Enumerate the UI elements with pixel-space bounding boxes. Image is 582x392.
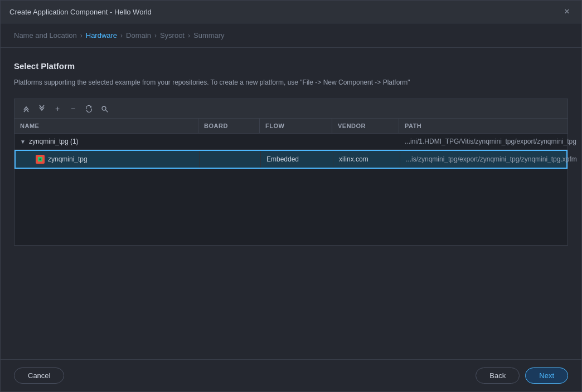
chevron-down-icon: ▼ (20, 139, 26, 145)
add-button[interactable]: + (50, 101, 65, 116)
row-vendor-cell: xilinx.com (333, 151, 400, 168)
breadcrumb-sep-2: › (120, 32, 123, 40)
svg-line-1 (105, 110, 108, 112)
group-path-text: ...ini/1.HDMI_TPG/Vitis/zynqmini_tpg/exp… (405, 138, 576, 145)
svg-point-0 (102, 106, 106, 110)
row-name-text: zynqmini_tpg (48, 155, 88, 163)
group-vendor-cell (332, 134, 399, 149)
group-path-cell: ...ini/1.HDMI_TPG/Vitis/zynqmini_tpg/exp… (399, 134, 581, 149)
row-name-cell: zynqmini_tpg (16, 151, 200, 168)
back-button[interactable]: Back (476, 367, 520, 384)
table-body: ▼ zynqmini_tpg (1) ...ini/1.HDMI_TPG/Vit… (14, 134, 568, 245)
row-vendor-text: xilinx.com (339, 155, 368, 163)
table-toolbar: + − (14, 99, 568, 118)
row-path-text: ...is/zynqmini_tpg/export/zynqmini_tpg/z… (406, 155, 577, 163)
add-icon: + (55, 104, 60, 113)
refresh-button[interactable] (81, 101, 96, 116)
row-path-cell: ...is/zynqmini_tpg/export/zynqmini_tpg/z… (400, 151, 581, 168)
col-flow: FLOW (260, 119, 332, 133)
move-down-button[interactable] (35, 101, 49, 116)
section-title: Select Platform (14, 61, 568, 71)
row-board-cell (200, 151, 261, 168)
breadcrumb: Name and Location › Hardware › Domain › … (1, 23, 581, 48)
col-vendor: VENDOR (332, 119, 399, 133)
svg-point-4 (40, 159, 41, 160)
breadcrumb-summary: Summary (193, 31, 225, 40)
dialog-footer: Cancel Back Next (1, 359, 581, 391)
cancel-button[interactable]: Cancel (14, 367, 64, 384)
group-name-cell: ▼ zynqmini_tpg (1) (14, 134, 198, 149)
remove-button[interactable]: − (66, 101, 80, 116)
table-header: NAME BOARD FLOW VENDOR PATH (14, 119, 568, 134)
move-up-button[interactable] (19, 101, 33, 116)
row-flow-text: Embedded (266, 155, 299, 163)
col-name: NAME (14, 119, 198, 133)
breadcrumb-name-location: Name and Location (14, 31, 77, 40)
platform-icon (36, 155, 45, 164)
group-board-cell (198, 134, 260, 149)
platform-table: NAME BOARD FLOW VENDOR PATH ▼ zynqmini_t… (14, 118, 568, 246)
breadcrumb-hardware[interactable]: Hardware (86, 31, 117, 40)
title-bar: Create Application Component - Hello Wor… (1, 1, 581, 23)
table-group-row[interactable]: ▼ zynqmini_tpg (1) ...ini/1.HDMI_TPG/Vit… (14, 134, 568, 150)
breadcrumb-sysroot: Sysroot (160, 31, 185, 40)
search-button[interactable] (97, 101, 111, 116)
breadcrumb-sep-3: › (154, 32, 157, 40)
col-board: BOARD (198, 119, 260, 133)
description-text: Platforms supporting the selected exampl… (14, 77, 568, 87)
breadcrumb-domain: Domain (126, 31, 151, 40)
content-area: Select Platform Platforms supporting the… (1, 48, 581, 359)
empty-table-area (14, 169, 568, 224)
breadcrumb-sep-1: › (80, 32, 83, 40)
breadcrumb-sep-4: › (188, 32, 190, 40)
remove-icon: − (71, 104, 75, 113)
col-path: PATH (399, 119, 568, 133)
dialog: Create Application Component - Hello Wor… (0, 0, 582, 392)
group-flow-cell (260, 134, 332, 149)
close-button[interactable]: × (561, 6, 573, 17)
group-name-text: zynqmini_tpg (1) (29, 138, 79, 145)
dialog-title: Create Application Component - Hello Wor… (9, 8, 152, 16)
table-row[interactable]: zynqmini_tpg Embedded xilinx.com ...is/z… (14, 150, 568, 169)
next-button[interactable]: Next (525, 367, 568, 384)
row-flow-cell: Embedded (261, 151, 333, 168)
footer-right-buttons: Back Next (476, 367, 568, 384)
